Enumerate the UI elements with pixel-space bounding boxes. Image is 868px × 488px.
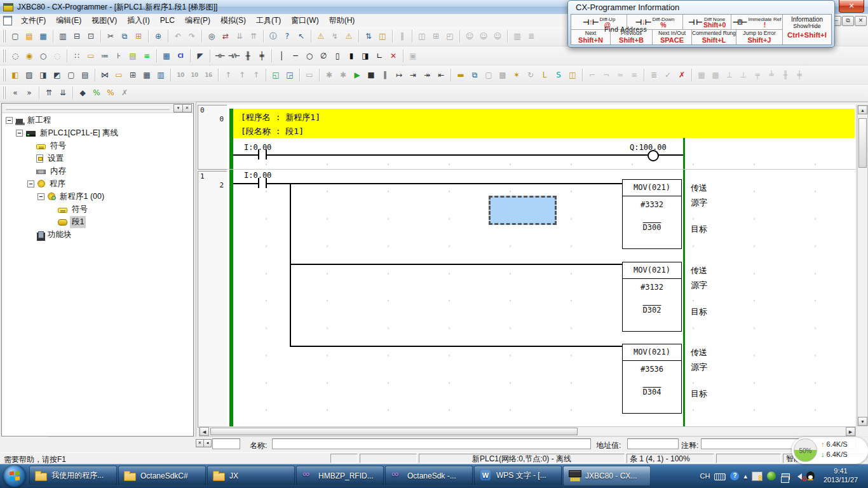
panel-grip[interactable] [6,107,170,110]
ladder-canvas[interactable]: [程序名 : 新程序1] [段名称 : 段1] I:0.00 Q:100.00 … [227,105,857,426]
expander-icon[interactable] [16,130,23,137]
taskbar-button-folder-jx[interactable]: JX [207,466,295,485]
line-corner-button[interactable]: ∟ [372,49,386,63]
check-list-button[interactable]: ≣ [647,68,661,82]
taskbar-button-folder-my-programs[interactable]: 我使用的程序... [29,466,117,485]
network-block-1-button[interactable]: ▦ [695,68,709,82]
delete-line-button[interactable]: ✕ [386,49,400,63]
cx-information-popup[interactable]: CX-Programmer Information ⊣↑⊢Diff-Up@⊣↓⊢… [567,0,835,48]
contact[interactable] [258,178,259,188]
base-signed-button[interactable]: 10 [187,68,201,82]
menu-item-4[interactable]: PLC [155,15,180,26]
user-link-a-button[interactable]: ☺ [463,29,477,43]
menu-item-5[interactable]: 编程(P) [180,14,215,27]
stop-simulation-button[interactable]: ■ [364,68,378,82]
print-preview-button[interactable]: ⊡ [84,29,98,43]
network-bus-4-button[interactable]: ╪ [792,68,806,82]
online-edit-bulb-button[interactable]: ✶ [510,68,524,82]
outdent-button[interactable]: « [8,86,22,100]
diff-monitor-1-button[interactable]: ⌐ [585,68,599,82]
monitor-up-1-button[interactable]: ↑ [221,68,235,82]
user-link-b-button[interactable]: ☺ [477,29,491,43]
cross-reference-button[interactable]: ⋈ [98,68,112,82]
compare-window-button[interactable]: ▩ [496,68,510,82]
antivirus-icon[interactable] [767,471,776,480]
output-coil[interactable] [648,150,659,161]
taskbar-clock[interactable]: 9:41 2013/11/27 [817,466,864,484]
paste-button[interactable]: ⊞ [132,29,146,43]
properties-button[interactable]: ▤ [78,68,92,82]
tree-item-settings[interactable]: 设置 [2,152,193,165]
instruction-box-button[interactable]: ▯ [330,49,344,63]
new-file-button[interactable]: ▢ [8,29,22,43]
mnemonic-view-button[interactable]: ▨ [22,68,36,82]
address-reference-button[interactable]: ▭ [112,68,126,82]
vertical-scroll-thumb[interactable] [858,118,867,168]
grid-toggle-button[interactable]: ∷ [70,49,84,63]
transfer-to-plc-button[interactable]: ⇅ [362,29,376,43]
percent-green-button[interactable]: % [90,86,104,100]
selection-cursor[interactable] [489,196,557,225]
watch-window-button[interactable]: ▦ [140,68,154,82]
scroll-right-button[interactable]: ▶ [846,427,855,436]
rung-comment-banner[interactable]: [程序名 : 新程序1] [段名称 : 段1] [233,109,855,138]
tree-item-plc[interactable]: 新PLC1[CP1L-E] 离线 [2,126,193,139]
force-on-button[interactable]: ✱ [322,68,336,82]
pause-monitoring-button[interactable]: ‖ [395,29,409,43]
indent-button[interactable]: » [22,86,36,100]
instruction-custom-button[interactable]: ◨ [358,49,372,63]
horizontal-line-button[interactable]: ─ [288,49,302,63]
base-decimal-button[interactable]: 10 [173,68,187,82]
symbol-mini-field[interactable] [212,438,240,449]
keyboard-icon[interactable] [714,473,726,480]
pid-block-button[interactable]: ▣ [406,49,420,63]
monitor-up-2-button[interactable]: ↑ [235,68,249,82]
insert-window-button[interactable]: ⊞ [429,29,443,43]
menu-item-0[interactable]: 文件(F) [16,14,51,27]
network-bus-3-button[interactable]: ╫ [778,68,792,82]
zoom-in-button[interactable]: ◌ [8,49,22,63]
check-ok-button[interactable]: ✓ [661,68,675,82]
menu-item-9[interactable]: 帮助(H) [324,14,360,27]
instruction-block-mov-1[interactable]: MOV(021)#3132D302 [622,262,682,332]
rung-header-0[interactable]: 0 0 [198,105,227,170]
contact[interactable] [266,149,267,159]
diff-monitor-2-button[interactable]: ¬ [599,68,613,82]
window-symbols-button[interactable]: ◩ [50,68,64,82]
work-online-simulator-button[interactable]: ◲ [283,68,297,82]
contact-or-no-button[interactable]: ╫ [241,49,255,63]
scroll-up-button[interactable]: ▲ [858,105,867,114]
name-field[interactable] [272,438,591,449]
tray-expand-icon[interactable]: ▴ [743,472,747,480]
about-info-button[interactable]: ⓘ [266,29,280,43]
tree-item-program1[interactable]: 新程序1 (00) [2,190,193,203]
network-bus-2-button[interactable]: ╧ [764,68,778,82]
compile-check-button[interactable]: ⚠ [314,29,328,43]
close-button[interactable]: ✕ [839,0,864,13]
diff-monitor-4-button[interactable]: ≡ [627,68,641,82]
contact-or-nc-button[interactable]: ╪ [255,49,269,63]
base-hex-button[interactable]: 16 [201,68,215,82]
step-run-button[interactable]: ↦ [392,68,406,82]
menu-item-3[interactable]: 插入(I) [122,14,154,27]
open-file-button[interactable]: ▤ [22,29,36,43]
tree-outline-button[interactable]: ≡ [140,49,154,63]
online-edit-compile-button[interactable]: ↯ [328,29,342,43]
find-next-address-button[interactable]: ⇊ [233,29,247,43]
mdi-restore-button[interactable]: ⧉ [842,16,854,26]
diff-monitor-3-button[interactable]: ≈ [613,68,627,82]
continuous-step-button[interactable]: ↠ [420,68,434,82]
vertical-scrollbar[interactable]: ▲ ▼ [857,105,868,426]
infobar-prev-button[interactable]: ◂ [203,439,212,447]
compare-with-plc-button[interactable]: ◫ [376,29,390,43]
qq-icon[interactable] [806,471,815,480]
edit-local-button[interactable]: L [538,68,552,82]
contact-no-button[interactable]: ⊣⊢ [213,49,227,63]
find-all-report-button[interactable]: ⚠ [342,29,356,43]
net-speed-widget[interactable]: 50% ↑ 6.4K/S ↓ 6.4K/S [792,437,868,464]
instruction-block-mov-0[interactable]: MOV(021)#3332D300 [622,179,682,249]
redo-button[interactable]: ↷ [185,29,199,43]
window-section-button[interactable]: ▢ [64,68,78,82]
tree-item-new-project[interactable]: 新工程 [2,114,193,126]
menu-item-7[interactable]: 工具(T) [251,14,286,27]
